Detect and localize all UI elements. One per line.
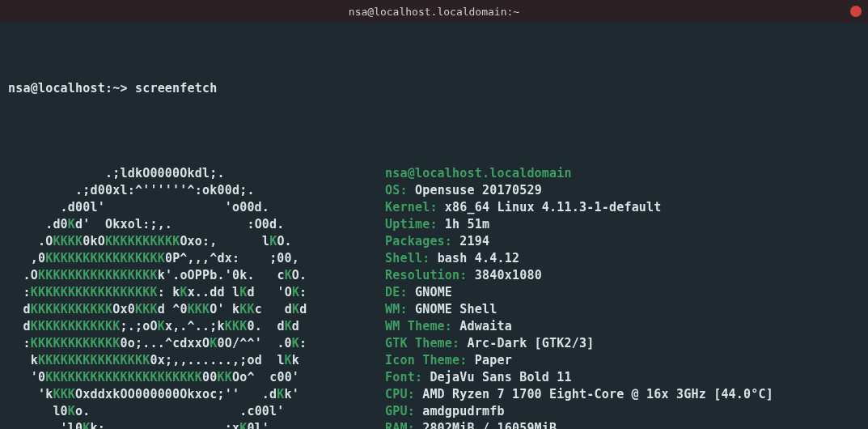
info-value: Opensuse 20170529 bbox=[415, 183, 542, 198]
info-line: Font: DejaVu Sans Bold 11 bbox=[380, 369, 572, 386]
output-row: .d00l' 'o00d.Kernel: x86_64 Linux 4.11.3… bbox=[8, 199, 860, 216]
info-value: amdgpudrmfb bbox=[422, 404, 505, 418]
ascii-art-line: ,0KKKKKKKKKKKKKKKK0P^,,,^dx: ;00, bbox=[8, 250, 380, 267]
info-line: Packages: 2194 bbox=[380, 233, 489, 250]
info-line: Resolution: 3840x1080 bbox=[380, 267, 542, 284]
info-value: Paper bbox=[475, 353, 512, 367]
output-row: dKKKKKKKKKKKOx0KKKd ^0KKKO' kKKc dKdWM: … bbox=[8, 301, 860, 318]
info-label: Icon Theme: bbox=[385, 353, 475, 367]
output-row: '0KKKKKKKKKKKKKKKKKKKKK00KKOo^ c00'Font:… bbox=[8, 369, 860, 386]
info-value: Adwaita bbox=[459, 319, 512, 333]
output-row: dKKKKKKKKKKKK;.;oOKx,.^..;kKKK0. dKdWM T… bbox=[8, 318, 860, 335]
info-line: Shell: bash 4.4.12 bbox=[380, 250, 519, 267]
info-line: nsa@localhost.localdomain bbox=[380, 165, 572, 182]
prompt-separator: : bbox=[105, 81, 112, 96]
info-label: WM Theme: bbox=[385, 319, 459, 333]
info-label: WM: bbox=[385, 302, 415, 316]
info-value: 1h 51m bbox=[445, 217, 489, 231]
output-row: .OKKKKKKKKKKKKKKKKk'.oOPPb.'0k. cKO.Reso… bbox=[8, 267, 860, 284]
ascii-art-line: 'l0Kk:. .;xK0l' bbox=[8, 420, 380, 429]
output-row: .d0Kd' Okxol:;,. :O0d.Uptime: 1h 51m bbox=[8, 216, 860, 233]
terminal-viewport[interactable]: nsa@localhost:~> screenfetch .;ldkO0000O… bbox=[0, 23, 868, 429]
info-label: Resolution: bbox=[385, 268, 475, 282]
ascii-art-line: '0KKKKKKKKKKKKKKKKKKKKK00KKOo^ c00' bbox=[8, 369, 380, 386]
info-line: CPU: AMD Ryzen 7 1700 Eight-Core @ 16x 3… bbox=[380, 386, 773, 403]
info-value: GNOME bbox=[415, 285, 452, 299]
info-value: AMD Ryzen 7 1700 Eight-Core @ 16x 3GHz [… bbox=[422, 387, 773, 401]
ascii-art-line: dKKKKKKKKKKKK;.;oOKx,.^..;kKKK0. dKd bbox=[8, 318, 380, 335]
info-line: OS: Opensuse 20170529 bbox=[380, 182, 542, 199]
output-row: .;d00xl:^''''''^:ok00d;.OS: Opensuse 201… bbox=[8, 182, 860, 199]
info-value: DejaVu Sans Bold 11 bbox=[430, 370, 571, 384]
info-line: Icon Theme: Paper bbox=[380, 352, 512, 369]
window-title: nsa@localhost.localdomain:~ bbox=[349, 6, 519, 18]
output-row: .;ldkO0000Okdl;.nsa@localhost.localdomai… bbox=[8, 165, 860, 182]
info-line: Uptime: 1h 51m bbox=[380, 216, 489, 233]
info-line: Kernel: x86_64 Linux 4.11.3-1-default bbox=[380, 199, 662, 216]
output-row: 'l0Kk:. .;xK0l'RAM: 2802MiB / 16059MiB bbox=[8, 420, 860, 429]
screenfetch-output: .;ldkO0000Okdl;.nsa@localhost.localdomai… bbox=[8, 165, 860, 429]
ascii-art-line: kKKKKKKKKKKKKKKK0x;,,......,;od lKk bbox=[8, 352, 380, 369]
prompt-symbol: > bbox=[120, 81, 127, 96]
ascii-art-line: .OKKKK0kOKKKKKKKKKKOxo:, lKO. bbox=[8, 233, 380, 250]
info-line: WM Theme: Adwaita bbox=[380, 318, 512, 335]
ascii-art-line: l0Ko. .c00l' bbox=[8, 403, 380, 420]
ascii-art-line: .;d00xl:^''''''^:ok00d;. bbox=[8, 182, 380, 199]
info-line: DE: GNOME bbox=[380, 284, 452, 301]
ascii-art-line: .d00l' 'o00d. bbox=[8, 199, 380, 216]
info-label: CPU: bbox=[385, 387, 422, 401]
info-label: Kernel: bbox=[385, 200, 445, 214]
output-row: ,0KKKKKKKKKKKKKKKK0P^,,,^dx: ;00,Shell: … bbox=[8, 250, 860, 267]
ascii-art-line: .OKKKKKKKKKKKKKKKKk'.oOPPb.'0k. cKO. bbox=[8, 267, 380, 284]
info-label: GTK Theme: bbox=[385, 336, 468, 350]
info-value: 2194 bbox=[459, 234, 489, 248]
info-label: Uptime: bbox=[385, 217, 445, 231]
info-value: x86_64 Linux 4.11.3-1-default bbox=[445, 200, 662, 214]
prompt-line: nsa@localhost:~> screenfetch bbox=[8, 80, 860, 97]
info-line: RAM: 2802MiB / 16059MiB bbox=[380, 420, 557, 429]
window-titlebar: nsa@localhost.localdomain:~ bbox=[0, 0, 868, 23]
info-value: 3840x1080 bbox=[475, 268, 542, 282]
info-label: DE: bbox=[385, 285, 415, 299]
ascii-art-line: dKKKKKKKKKKKOx0KKKd ^0KKKO' kKKc dKd bbox=[8, 301, 380, 318]
output-row: :KKKKKKKKKKKK0o;...^cdxxOK0O/^^' .0K:GTK… bbox=[8, 335, 860, 352]
output-row: kKKKKKKKKKKKKKKK0x;,,......,;od lKkIcon … bbox=[8, 352, 860, 369]
output-row: .OKKKK0kOKKKKKKKKKKOxo:, lKO.Packages: 2… bbox=[8, 233, 860, 250]
info-header: nsa@localhost.localdomain bbox=[385, 166, 572, 181]
ascii-art-line: :KKKKKKKKKKKK0o;...^cdxxOK0O/^^' .0K: bbox=[8, 335, 380, 352]
ascii-art-line: .d0Kd' Okxol:;,. :O0d. bbox=[8, 216, 380, 233]
info-value: GNOME Shell bbox=[415, 302, 498, 316]
info-label: Shell: bbox=[385, 251, 438, 265]
info-label: GPU: bbox=[385, 404, 422, 418]
prompt-user-host: nsa@localhost bbox=[8, 81, 105, 96]
info-line: GPU: amdgpudrmfb bbox=[380, 403, 505, 420]
close-icon[interactable] bbox=[850, 6, 862, 17]
info-value: 2802MiB / 16059MiB bbox=[422, 421, 557, 429]
info-label: RAM: bbox=[385, 421, 422, 429]
info-label: Packages: bbox=[385, 234, 459, 248]
ascii-art-line: :KKKKKKKKKKKKKKKKK: kKx..dd lKd 'OK: bbox=[8, 284, 380, 301]
output-row: :KKKKKKKKKKKKKKKKK: kKx..dd lKd 'OK:DE: … bbox=[8, 284, 860, 301]
typed-command: screenfetch bbox=[135, 81, 218, 96]
ascii-art-line: .;ldkO0000Okdl;. bbox=[8, 165, 380, 182]
output-row: 'kKKKOxddxkOO000000Okxoc;'' .dKk'CPU: AM… bbox=[8, 386, 860, 403]
info-label: Font: bbox=[385, 370, 430, 384]
info-line: WM: GNOME Shell bbox=[380, 301, 497, 318]
info-value: bash 4.4.12 bbox=[438, 251, 520, 265]
ascii-art-line: 'kKKKOxddxkOO000000Okxoc;'' .dKk' bbox=[8, 386, 380, 403]
info-value: Arc-Dark [GTK2/3] bbox=[468, 336, 595, 350]
output-row: l0Ko. .c00l'GPU: amdgpudrmfb bbox=[8, 403, 860, 420]
info-line: GTK Theme: Arc-Dark [GTK2/3] bbox=[380, 335, 594, 352]
info-label: OS: bbox=[385, 183, 415, 198]
